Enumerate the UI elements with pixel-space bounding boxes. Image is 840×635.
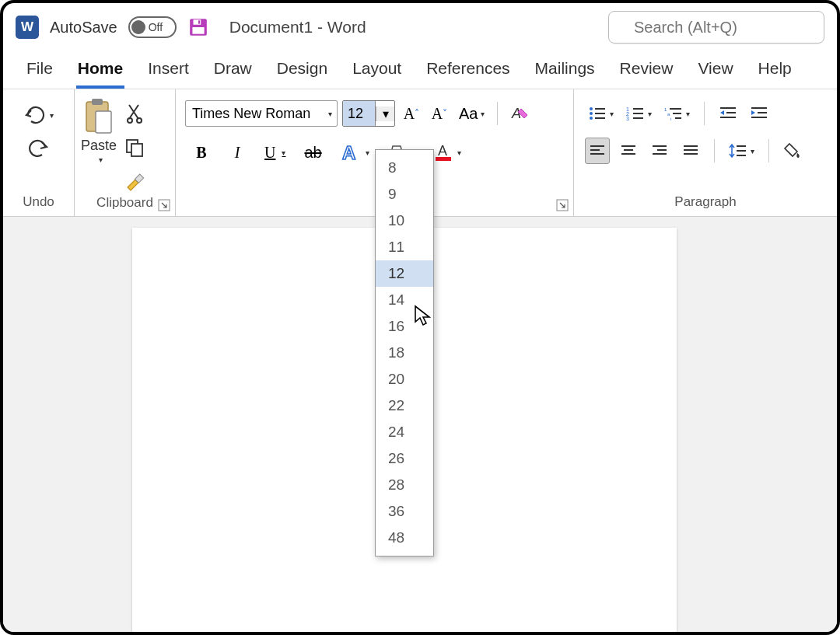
- font-size-option[interactable]: 36: [376, 498, 433, 525]
- font-size-option[interactable]: 18: [376, 340, 433, 366]
- font-size-option[interactable]: 10: [376, 208, 433, 234]
- bold-button[interactable]: B: [190, 139, 213, 166]
- tab-help[interactable]: Help: [757, 54, 793, 89]
- group-label-undo: Undo: [9, 194, 68, 213]
- dialog-launcher-icon[interactable]: [556, 199, 569, 211]
- title-bar: W AutoSave Off Document1 - Word: [3, 3, 837, 48]
- word-app-icon: W: [16, 16, 39, 39]
- copy-button[interactable]: [122, 134, 147, 161]
- svg-text:3: 3: [626, 116, 629, 121]
- svg-point-25: [590, 117, 593, 120]
- paste-button[interactable]: Paste ▾: [81, 97, 117, 195]
- font-size-option[interactable]: 8: [376, 155, 433, 181]
- font-size-option[interactable]: 16: [376, 313, 433, 340]
- change-case-button[interactable]: Aa▾: [456, 100, 488, 127]
- strikethrough-button[interactable]: ab: [301, 139, 324, 166]
- format-painter-button[interactable]: [121, 169, 148, 195]
- align-left-button[interactable]: [585, 138, 610, 164]
- font-size-option[interactable]: 20: [376, 366, 433, 393]
- chevron-down-icon: ▾: [99, 155, 103, 164]
- svg-rect-19: [436, 157, 451, 161]
- multilevel-list-button[interactable]: 1ai▾: [661, 100, 693, 127]
- tab-design[interactable]: Design: [275, 54, 329, 89]
- svg-point-9: [128, 118, 132, 123]
- redo-button[interactable]: [25, 136, 53, 162]
- numbering-button[interactable]: 123▾: [623, 100, 655, 127]
- svg-text:A: A: [342, 142, 355, 162]
- dialog-launcher-icon[interactable]: [158, 199, 170, 211]
- tab-mailings[interactable]: Mailings: [534, 54, 597, 89]
- align-right-button[interactable]: [647, 138, 672, 164]
- group-label-paragraph: Paragraph: [580, 194, 831, 213]
- tab-layout[interactable]: Layout: [351, 54, 403, 89]
- font-color-button[interactable]: A▾: [431, 139, 464, 166]
- save-button[interactable]: [187, 16, 209, 38]
- svg-rect-3: [198, 20, 200, 23]
- svg-point-21: [590, 107, 593, 110]
- document-title: Document1 - Word: [229, 18, 366, 37]
- bullets-button[interactable]: ▾: [585, 100, 617, 127]
- tab-references[interactable]: References: [425, 54, 511, 89]
- font-size-option[interactable]: 22: [376, 393, 433, 419]
- font-size-option[interactable]: 28: [376, 472, 433, 498]
- decrease-indent-button[interactable]: [716, 100, 740, 127]
- svg-text:i: i: [670, 117, 671, 121]
- toggle-knob-icon: [131, 20, 145, 34]
- cut-button[interactable]: [123, 100, 146, 127]
- chevron-down-icon: ▾: [376, 106, 394, 121]
- search-box[interactable]: [608, 11, 824, 44]
- svg-rect-2: [192, 27, 204, 34]
- font-size-dropdown[interactable]: 8910111214161820222426283648: [375, 149, 434, 556]
- group-undo: ▾ Undo: [3, 89, 75, 216]
- decrease-font-size-button[interactable]: A˅: [428, 100, 451, 127]
- increase-font-size-button[interactable]: A˄: [400, 100, 423, 127]
- font-size-value[interactable]: 12: [343, 101, 376, 126]
- search-input[interactable]: [632, 18, 832, 37]
- ribbon-tabs: FileHomeInsertDrawDesignLayoutReferences…: [3, 48, 837, 89]
- font-size-option[interactable]: 24: [376, 419, 433, 445]
- font-size-option[interactable]: 12: [376, 260, 433, 287]
- undo-button[interactable]: ▾: [20, 102, 57, 128]
- chevron-down-icon: ▾: [50, 111, 54, 120]
- italic-button[interactable]: I: [226, 139, 249, 166]
- svg-rect-7: [92, 99, 103, 105]
- tab-home[interactable]: Home: [76, 54, 124, 89]
- font-size-option[interactable]: 11: [376, 234, 433, 260]
- tab-view[interactable]: View: [696, 54, 734, 89]
- font-size-combobox[interactable]: 12 ▾: [342, 100, 395, 127]
- line-spacing-button[interactable]: ▾: [726, 138, 758, 164]
- autosave-label: AutoSave: [50, 19, 117, 37]
- group-paragraph: ▾ 123▾ 1ai▾ ▾ Paragraph: [574, 89, 837, 216]
- justify-button[interactable]: [678, 138, 703, 164]
- clear-formatting-button[interactable]: A: [507, 100, 534, 127]
- chevron-down-icon: ▾: [328, 110, 332, 118]
- tab-draw[interactable]: Draw: [212, 54, 254, 89]
- tab-review[interactable]: Review: [618, 54, 675, 89]
- tab-insert[interactable]: Insert: [146, 54, 191, 89]
- svg-rect-12: [131, 144, 142, 156]
- underline-button[interactable]: U▾: [261, 139, 289, 166]
- tab-file[interactable]: File: [25, 54, 54, 89]
- shading-button[interactable]: [780, 138, 807, 164]
- font-name-value: Times New Roman: [192, 106, 310, 122]
- autosave-toggle[interactable]: Off: [128, 16, 177, 38]
- svg-point-10: [137, 118, 142, 123]
- group-label-clipboard: Clipboard: [81, 195, 169, 214]
- group-clipboard: Paste ▾ Clipboard: [75, 89, 176, 216]
- paste-label: Paste: [81, 138, 117, 154]
- font-size-option[interactable]: 26: [376, 445, 433, 472]
- autosave-state: Off: [149, 21, 163, 33]
- increase-indent-button[interactable]: [747, 100, 772, 127]
- font-size-option[interactable]: 9: [376, 181, 433, 208]
- svg-rect-8: [96, 111, 111, 133]
- svg-point-23: [590, 112, 593, 115]
- font-name-combobox[interactable]: Times New Roman ▾: [185, 100, 338, 127]
- font-size-option[interactable]: 14: [376, 287, 433, 313]
- font-size-option[interactable]: 48: [376, 525, 433, 551]
- svg-text:A: A: [438, 143, 447, 159]
- align-center-button[interactable]: [616, 138, 641, 164]
- text-effects-button[interactable]: A▾: [338, 139, 373, 166]
